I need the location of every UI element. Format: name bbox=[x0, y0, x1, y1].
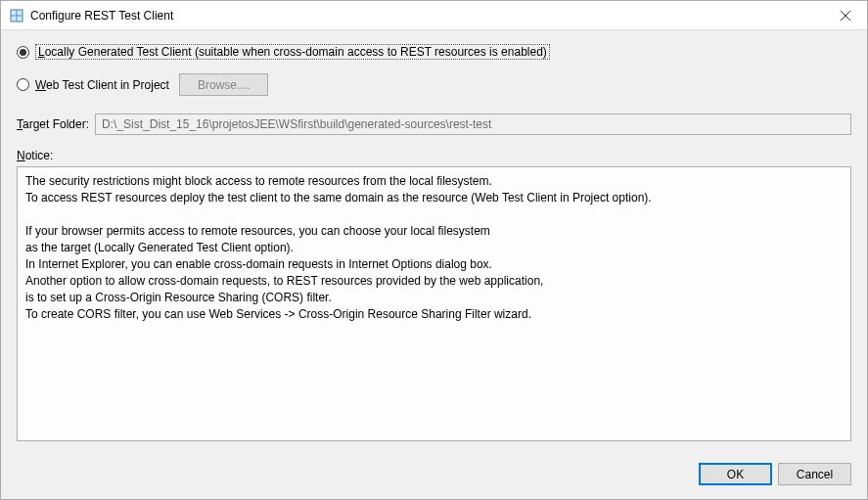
notice-text[interactable]: The security restrictions might block ac… bbox=[17, 166, 851, 441]
radio-locally-generated[interactable] bbox=[17, 46, 29, 59]
radio-web-test-client[interactable] bbox=[17, 78, 29, 91]
dialog-content: Locally Generated Test Client (suitable … bbox=[1, 30, 867, 453]
target-folder-row: Target Folder: D:\_Sist_Dist_15_16\proje… bbox=[17, 114, 851, 135]
option-web-test-client[interactable]: Web Test Client in Project Browse.... bbox=[17, 73, 851, 96]
option-locally-generated[interactable]: Locally Generated Test Client (suitable … bbox=[17, 44, 851, 60]
cancel-button[interactable]: Cancel bbox=[778, 463, 851, 485]
close-icon bbox=[841, 11, 850, 21]
close-button[interactable] bbox=[823, 1, 867, 30]
target-folder-label: Target Folder: bbox=[17, 117, 89, 131]
ok-button[interactable]: OK bbox=[699, 463, 772, 485]
dialog-footer: OK Cancel bbox=[1, 453, 867, 499]
window-title: Configure REST Test Client bbox=[30, 9, 823, 23]
target-folder-field[interactable]: D:\_Sist_Dist_15_16\projetosJEE\WSfirst\… bbox=[95, 114, 851, 135]
browse-button[interactable]: Browse.... bbox=[179, 73, 268, 96]
title-bar: Configure REST Test Client bbox=[1, 1, 867, 30]
radio-web-test-client-label: Web Test Client in Project bbox=[35, 78, 169, 92]
app-icon bbox=[9, 8, 24, 23]
radio-locally-generated-label: Locally Generated Test Client (suitable … bbox=[35, 44, 550, 60]
notice-label: Notice: bbox=[17, 149, 851, 162]
